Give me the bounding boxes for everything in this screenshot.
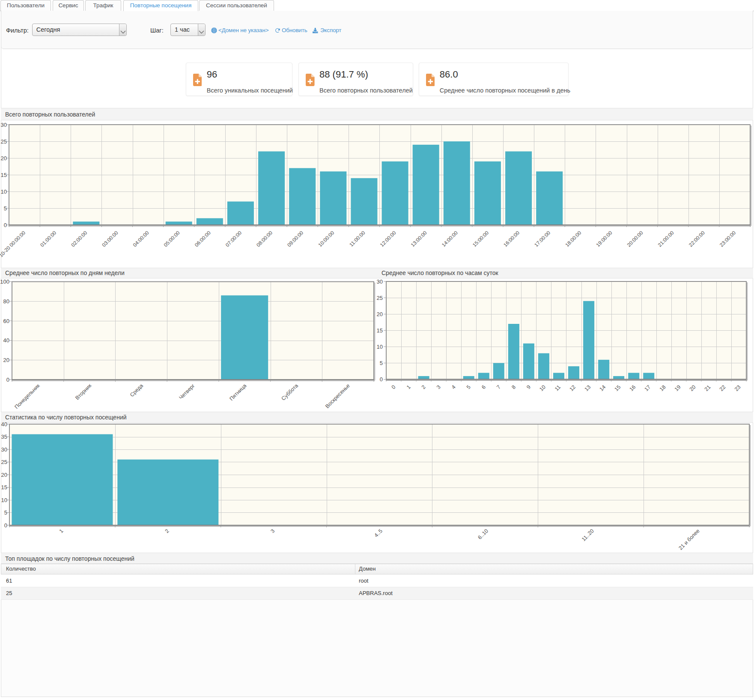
svg-text:22:00:00: 22:00:00 bbox=[688, 230, 706, 248]
svg-text:14:00:00: 14:00:00 bbox=[441, 230, 459, 248]
svg-text:40: 40 bbox=[1, 421, 7, 428]
svg-text:0: 0 bbox=[4, 222, 7, 228]
svg-text:20: 20 bbox=[1, 472, 7, 478]
svg-text:5: 5 bbox=[4, 205, 7, 212]
svg-text:0: 0 bbox=[380, 376, 383, 383]
svg-text:5: 5 bbox=[4, 509, 7, 516]
svg-text:6..10: 6..10 bbox=[477, 528, 489, 541]
svg-text:2: 2 bbox=[164, 528, 170, 534]
svg-text:30: 30 bbox=[1, 122, 7, 128]
svg-text:1: 1 bbox=[405, 384, 412, 390]
svg-text:17:00:00: 17:00:00 bbox=[533, 230, 551, 248]
svg-text:30: 30 bbox=[377, 278, 383, 285]
svg-text:10: 10 bbox=[538, 384, 547, 392]
svg-text:23:00:00: 23:00:00 bbox=[718, 230, 737, 248]
svg-text:23: 23 bbox=[733, 384, 742, 392]
svg-text:02:00:00: 02:00:00 bbox=[70, 230, 88, 248]
svg-text:25: 25 bbox=[1, 138, 7, 145]
svg-text:20: 20 bbox=[688, 384, 697, 392]
svg-text:21 и более: 21 и более bbox=[677, 528, 700, 551]
svg-text:10: 10 bbox=[377, 344, 383, 350]
svg-text:09:00:00: 09:00:00 bbox=[286, 230, 304, 248]
svg-text:25: 25 bbox=[377, 295, 383, 301]
svg-text:16: 16 bbox=[629, 384, 637, 392]
svg-text:19:00:00: 19:00:00 bbox=[595, 230, 614, 248]
svg-text:20:00:00: 20:00:00 bbox=[626, 230, 644, 248]
svg-text:3: 3 bbox=[269, 528, 276, 534]
svg-text:06:00:00: 06:00:00 bbox=[194, 230, 212, 248]
svg-text:13: 13 bbox=[583, 384, 592, 392]
svg-text:15: 15 bbox=[1, 484, 7, 491]
svg-text:18:00:00: 18:00:00 bbox=[564, 230, 582, 248]
svg-text:20: 20 bbox=[1, 155, 7, 162]
svg-text:15: 15 bbox=[613, 384, 622, 392]
svg-text:5: 5 bbox=[380, 360, 383, 366]
svg-text:8: 8 bbox=[510, 384, 517, 390]
svg-text:10: 10 bbox=[1, 188, 7, 195]
svg-text:17: 17 bbox=[644, 384, 652, 392]
svg-text:01:00:00: 01:00:00 bbox=[39, 230, 57, 248]
svg-text:35: 35 bbox=[1, 434, 7, 440]
svg-text:25: 25 bbox=[1, 459, 7, 465]
svg-text:21: 21 bbox=[703, 384, 712, 392]
svg-text:03:00:00: 03:00:00 bbox=[101, 230, 119, 248]
svg-text:7: 7 bbox=[495, 384, 502, 390]
svg-text:4..5: 4..5 bbox=[373, 528, 384, 538]
svg-text:20: 20 bbox=[377, 311, 383, 317]
svg-text:12: 12 bbox=[568, 384, 577, 392]
svg-text:0: 0 bbox=[4, 522, 7, 529]
svg-text:9: 9 bbox=[525, 384, 532, 390]
svg-text:21:00:00: 21:00:00 bbox=[657, 230, 675, 248]
svg-text:14: 14 bbox=[598, 384, 607, 392]
svg-text:6: 6 bbox=[480, 384, 487, 390]
svg-text:10: 10 bbox=[1, 497, 7, 503]
svg-text:30: 30 bbox=[1, 446, 7, 453]
svg-text:08:00:00: 08:00:00 bbox=[255, 230, 274, 248]
svg-text:11: 11 bbox=[554, 384, 562, 392]
svg-text:5: 5 bbox=[465, 384, 472, 390]
svg-text:10:00:00: 10:00:00 bbox=[317, 230, 335, 248]
svg-text:22: 22 bbox=[718, 384, 727, 392]
svg-text:15: 15 bbox=[377, 327, 383, 334]
svg-text:0: 0 bbox=[390, 384, 397, 390]
svg-text:2: 2 bbox=[420, 384, 427, 390]
svg-text:05:00:00: 05:00:00 bbox=[163, 230, 181, 248]
svg-text:13:00:00: 13:00:00 bbox=[410, 230, 428, 248]
svg-text:3: 3 bbox=[435, 384, 442, 390]
svg-text:18: 18 bbox=[659, 384, 667, 392]
svg-text:12:00:00: 12:00:00 bbox=[379, 230, 397, 248]
svg-text:15:00:00: 15:00:00 bbox=[471, 230, 490, 248]
svg-text:16:00:00: 16:00:00 bbox=[502, 230, 521, 248]
svg-text:11..20: 11..20 bbox=[581, 528, 595, 542]
svg-text:1: 1 bbox=[58, 528, 65, 534]
svg-text:04:00:00: 04:00:00 bbox=[132, 230, 150, 248]
svg-text:19: 19 bbox=[674, 384, 682, 392]
svg-text:11:00:00: 11:00:00 bbox=[348, 230, 367, 248]
svg-text:07:00:00: 07:00:00 bbox=[224, 230, 243, 248]
svg-text:4: 4 bbox=[450, 384, 457, 390]
svg-text:10-20 00:00:00: 10-20 00:00:00 bbox=[0, 230, 27, 258]
svg-text:15: 15 bbox=[1, 172, 7, 178]
